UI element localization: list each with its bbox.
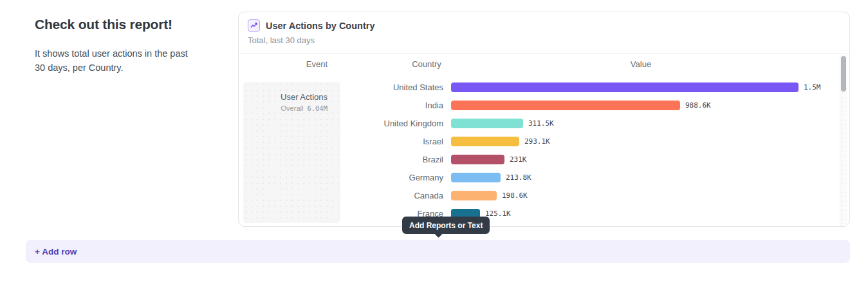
value-label: 1.5M <box>804 83 821 92</box>
dashboard-canvas: Check out this report! It shows total us… <box>0 0 868 281</box>
value-bar[interactable] <box>451 82 799 92</box>
country-label: Canada <box>239 191 443 200</box>
bar-chart-area: Event Country Value User Actions Overall… <box>239 54 849 226</box>
add-row-label: + Add row <box>35 247 77 257</box>
report-card-header: User Actions by Country Total, last 30 d… <box>239 12 849 54</box>
value-bar[interactable] <box>451 173 501 182</box>
value-label: 213.8K <box>506 173 531 182</box>
chart-row: Canada 198.6K <box>239 186 849 204</box>
intro-description: It shows total user actions in the past … <box>35 46 188 75</box>
vertical-scrollbar-track[interactable] <box>840 55 847 226</box>
value-label: 231K <box>510 155 527 164</box>
column-header-event: Event <box>243 59 340 69</box>
value-bar[interactable] <box>451 137 519 146</box>
chart-row: Brazil 231K <box>239 150 849 168</box>
chart-row: United Kingdom 311.5K <box>239 114 849 132</box>
tooltip-arrow <box>434 229 443 238</box>
report-title[interactable]: User Actions by Country <box>266 21 374 31</box>
value-label: 125.1K <box>485 209 511 218</box>
report-card[interactable]: User Actions by Country Total, last 30 d… <box>238 12 850 227</box>
country-label: Germany <box>239 173 443 182</box>
value-bar[interactable] <box>451 155 504 164</box>
country-label: United Kingdom <box>239 119 443 128</box>
line-chart-icon <box>248 19 260 32</box>
value-bar[interactable] <box>451 191 497 200</box>
vertical-scrollbar-thumb[interactable] <box>841 56 846 92</box>
add-row-button[interactable]: + Add row <box>26 240 850 263</box>
bar-rows: United States 1.5M India 988.6K United K… <box>239 78 849 222</box>
value-label: 293.1K <box>524 137 550 146</box>
country-label: Brazil <box>239 155 443 164</box>
value-bar[interactable] <box>451 119 523 128</box>
add-reports-tooltip: Add Reports or Text <box>402 217 490 234</box>
country-label: India <box>239 101 443 110</box>
value-label: 988.6K <box>685 101 711 110</box>
value-label: 198.6K <box>502 191 528 200</box>
chart-row: France 125.1K <box>239 204 849 222</box>
chart-row: India 988.6K <box>239 96 849 114</box>
add-reports-tooltip-label: Add Reports or Text <box>409 221 483 230</box>
country-label: United States <box>239 82 443 92</box>
column-header-value: Value <box>577 59 705 69</box>
report-subtitle: Total, last 30 days <box>248 35 840 45</box>
intro-title: Check out this report! <box>35 17 196 32</box>
intro-text-block[interactable]: Check out this report! It shows total us… <box>35 17 196 75</box>
column-header-country: Country <box>361 59 492 69</box>
chart-row: United States 1.5M <box>239 78 849 96</box>
value-bar[interactable] <box>451 101 680 110</box>
country-label: Israel <box>239 137 443 146</box>
chart-row: Germany 213.8K <box>239 168 849 186</box>
chart-row: Israel 293.1K <box>239 132 849 150</box>
value-label: 311.5K <box>528 119 554 128</box>
